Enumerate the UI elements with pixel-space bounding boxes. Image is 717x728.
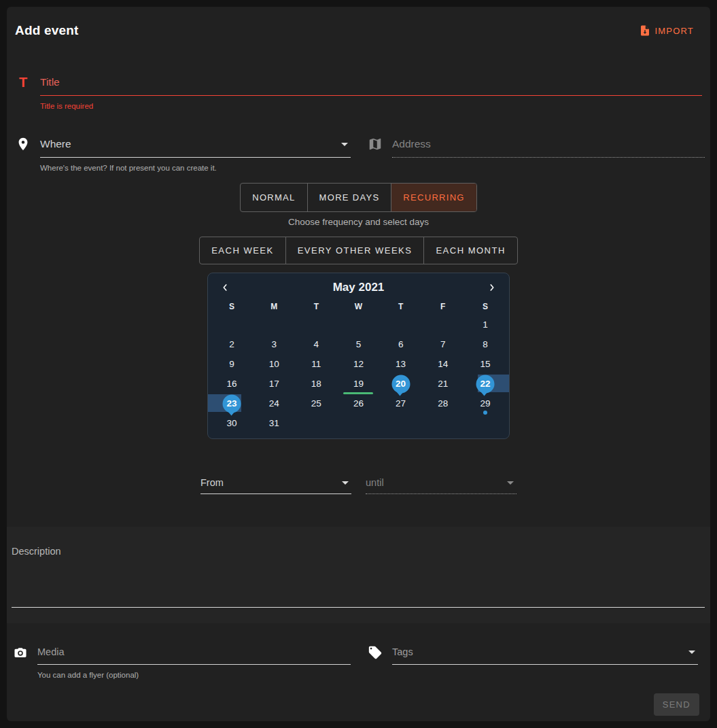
calendar-day-10[interactable]: 10 — [253, 354, 295, 374]
calendar-day-3[interactable]: 3 — [253, 334, 295, 354]
calendar-next-button[interactable] — [487, 282, 497, 293]
calendar-day-20[interactable]: 20 — [380, 374, 422, 394]
day-number: 19 — [353, 379, 364, 389]
calendar-month-label: May 2021 — [333, 281, 385, 294]
media-helper-text: You can add a flyer (optional) — [37, 671, 351, 679]
where-underline — [40, 157, 351, 158]
until-underline — [366, 493, 517, 494]
calendar-day-15[interactable]: 15 — [464, 354, 506, 374]
day-number: 31 — [269, 418, 279, 428]
calendar-day-4[interactable]: 4 — [295, 334, 337, 354]
title-placeholder: Title — [40, 76, 60, 88]
tab-every-other-weeks[interactable]: EVERY OTHER WEEKS — [285, 237, 424, 264]
calendar-day-24[interactable]: 24 — [253, 394, 295, 413]
day-number: 9 — [229, 359, 234, 369]
title-field-row: T Title Title is required — [7, 76, 710, 110]
calendar-day-29[interactable]: 29 — [464, 394, 506, 413]
tags-select[interactable]: Tags — [392, 646, 698, 664]
calendar-prev-button[interactable] — [220, 282, 230, 293]
day-number: 22 — [480, 379, 490, 389]
address-input[interactable]: Address — [392, 138, 705, 157]
calendar-day-22[interactable]: 22 — [464, 374, 506, 394]
day-number: 14 — [438, 359, 448, 369]
title-underline — [40, 95, 702, 96]
calendar-day-6[interactable]: 6 — [380, 334, 422, 354]
calendar-day-30[interactable]: 30 — [211, 413, 253, 433]
calendar-day-19[interactable]: 19 — [337, 374, 379, 394]
calendar-day-empty — [380, 413, 422, 433]
calendar-day-2[interactable]: 2 — [211, 334, 253, 354]
send-button[interactable]: SEND — [654, 693, 699, 716]
calendar-day-empty — [380, 315, 422, 334]
tab-normal[interactable]: NORMAL — [241, 184, 307, 211]
media-placeholder: Media — [37, 646, 65, 657]
calendar-day-14[interactable]: 14 — [422, 354, 464, 374]
from-placeholder: From — [200, 477, 224, 488]
title-input[interactable]: Title — [40, 76, 702, 95]
until-time-select[interactable]: until — [366, 477, 517, 493]
day-number: 21 — [438, 379, 448, 389]
calendar-day-16[interactable]: 16 — [211, 374, 253, 394]
media-underline — [37, 664, 351, 665]
day-number: 5 — [356, 339, 362, 349]
weekday-label: S — [464, 302, 506, 311]
weekday-label: T — [295, 302, 337, 311]
weekday-label: F — [422, 302, 464, 311]
media-input[interactable]: Media — [37, 646, 351, 664]
page-title: Add event — [15, 23, 79, 38]
day-number: 11 — [311, 359, 321, 369]
calendar-day-empty — [422, 413, 464, 433]
calendar-day-31[interactable]: 31 — [253, 413, 295, 433]
add-event-dialog: Add event IMPORT T Title Title is requir… — [7, 7, 710, 721]
camera-icon — [12, 645, 29, 679]
calendar-day-empty — [295, 315, 337, 334]
tab-each-week[interactable]: EACH WEEK — [200, 237, 285, 264]
calendar-day-1[interactable]: 1 — [464, 315, 506, 334]
frequency-tabs: EACH WEEK EVERY OTHER WEEKS EACH MONTH — [7, 237, 710, 264]
calendar-day-5[interactable]: 5 — [337, 334, 379, 354]
calendar-day-27[interactable]: 27 — [380, 394, 422, 413]
where-select[interactable]: Where — [40, 138, 351, 157]
frequency-helper-text: Choose frequency and select days — [7, 217, 710, 227]
tab-recurring[interactable]: RECURRING — [391, 184, 476, 211]
weekday-label: T — [380, 302, 422, 311]
day-number: 6 — [398, 339, 404, 349]
calendar-day-23[interactable]: 23 — [211, 394, 253, 413]
address-placeholder: Address — [392, 138, 431, 150]
from-underline — [200, 493, 351, 494]
calendar-day-empty — [337, 413, 379, 433]
calendar-day-7[interactable]: 7 — [422, 334, 464, 354]
calendar-day-18[interactable]: 18 — [295, 374, 337, 394]
calendar-day-17[interactable]: 17 — [253, 374, 295, 394]
import-button[interactable]: IMPORT — [635, 24, 698, 37]
calendar-day-empty — [464, 413, 506, 433]
chevron-down-icon — [342, 481, 349, 485]
calendar-day-13[interactable]: 13 — [380, 354, 422, 374]
media-tags-row: Media You can add a flyer (optional) Tag… — [7, 646, 710, 679]
calendar-day-8[interactable]: 8 — [464, 334, 506, 354]
day-number: 15 — [480, 359, 490, 369]
calendar-day-25[interactable]: 25 — [295, 394, 337, 413]
from-time-select[interactable]: From — [200, 477, 351, 493]
calendar-day-21[interactable]: 21 — [422, 374, 464, 394]
calendar-day-28[interactable]: 28 — [422, 394, 464, 413]
tab-each-month[interactable]: EACH MONTH — [423, 237, 517, 264]
day-number: 23 — [227, 398, 237, 409]
day-number: 4 — [314, 339, 319, 349]
where-helper-text: Where's the event? If not present you ca… — [40, 164, 351, 172]
day-number: 12 — [353, 359, 364, 369]
tab-more-days[interactable]: MORE DAYS — [307, 184, 391, 211]
calendar-day-26[interactable]: 26 — [337, 394, 379, 413]
chevron-left-icon — [220, 282, 230, 293]
calendar-day-9[interactable]: 9 — [211, 354, 253, 374]
calendar-day-11[interactable]: 11 — [295, 354, 337, 374]
calendar-weekday-header: S M T W T F S — [211, 302, 506, 311]
calendar-day-12[interactable]: 12 — [337, 354, 379, 374]
tag-icon — [367, 645, 383, 679]
day-number: 28 — [438, 398, 448, 409]
title-error-text: Title is required — [40, 102, 702, 110]
calendar-day-empty — [295, 413, 337, 433]
calendar-day-empty — [253, 315, 295, 334]
until-placeholder: until — [366, 477, 384, 488]
description-textarea[interactable] — [12, 607, 705, 608]
